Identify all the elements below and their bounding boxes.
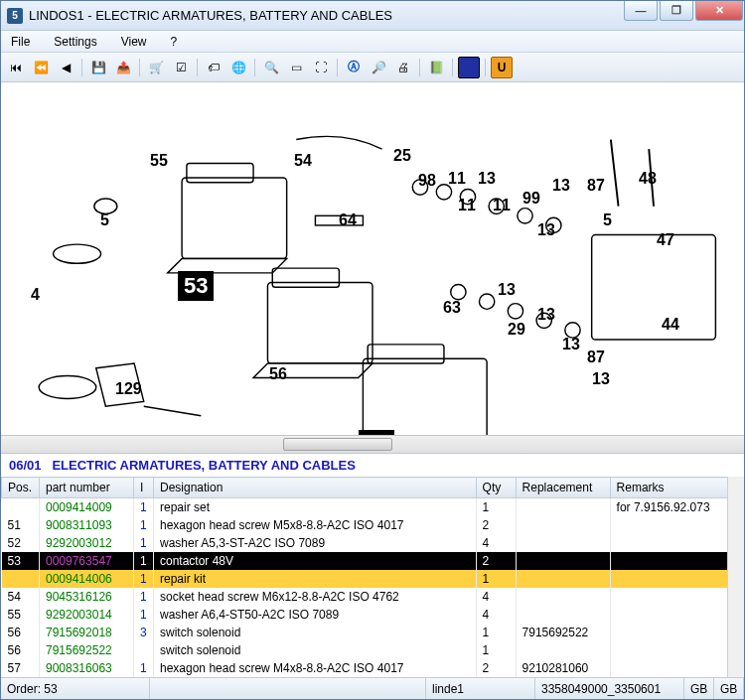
save-icon[interactable]: 💾 [87,57,109,78]
check-icon[interactable]: ☑ [170,57,192,78]
scroll-thumb[interactable] [283,438,392,451]
app-icon: 5 [7,8,23,24]
menu-view[interactable]: View [115,33,153,51]
titlebar: 5 LINDOS1 - ELECTRIC ARMATURES, BATTERY … [1,1,744,31]
toolbar: ⏮ ⏪ ◀ 💾 📤 🛒 ☑ 🏷 🌐 🔍 ▭ ⛶ Ⓐ 🔎 🖨 📗 U [1,53,744,82]
zoom-in-icon[interactable]: 🔍 [260,57,282,78]
header-designation[interactable]: Designation [154,478,477,498]
table-row[interactable]: 5592920030141washer A6,4-ST50-A2C ISO 70… [2,606,744,624]
parts-diagram [1,82,744,435]
a-icon[interactable]: Ⓐ [343,57,365,78]
svg-point-17 [479,294,494,309]
u-icon[interactable]: U [491,57,513,78]
table-row[interactable]: 5292920030121washer A5,3-ST-A2C ISO 7089… [2,534,744,552]
status-order: Order: 53 [1,678,150,699]
status-code: 3358049000_3350601 [535,678,684,699]
grid-vertical-scrollbar[interactable] [727,477,744,677]
rewind-icon[interactable]: ⏪ [30,57,52,78]
svg-rect-3 [272,268,339,287]
print-icon[interactable]: 🖨 [392,57,414,78]
table-row[interactable]: 5190083110931hexagon head screw M5x8-8.8… [2,516,744,534]
statusbar: Order: 53 linde1 3358049000_3350601 GB G… [1,677,744,699]
minimize-button[interactable]: — [624,1,658,21]
header-i[interactable]: I [134,478,154,498]
svg-point-14 [518,209,532,223]
fit-icon[interactable]: ⛶ [310,57,332,78]
svg-rect-2 [267,282,372,363]
header-partnumber[interactable]: part number [40,478,134,498]
diagram-viewport[interactable]: 53 53 55 5 4 54 64 25 98 11 13 11 11 99 … [1,82,744,436]
svg-rect-0 [182,178,287,259]
svg-rect-1 [187,164,253,183]
table-row[interactable]: 00094140091repair set1for 7.9156.92.073 [2,498,744,517]
table-header-row: Pos. part number I Designation Qty Repla… [2,478,744,498]
prev-icon[interactable]: ◀ [55,57,76,78]
globe-icon[interactable]: 🌐 [227,57,249,78]
header-remarks[interactable]: Remarks [610,478,743,498]
table-row[interactable]: 5300097635471contactor 48V2 [2,552,744,570]
section-header: 06/01 ELECTRIC ARMATURES, BATTERY AND CA… [1,454,744,477]
menu-help[interactable]: ? [165,33,184,51]
status-spacer [150,678,426,699]
horizontal-scrollbar[interactable] [1,436,744,454]
first-icon[interactable]: ⏮ [5,57,27,78]
cart-icon[interactable]: 🛒 [145,57,167,78]
callout-selected-53a: 53 [178,271,214,301]
find-icon[interactable]: 🔎 [368,57,389,78]
tag-icon[interactable]: 🏷 [203,57,224,78]
svg-rect-4 [363,358,487,435]
status-lang1: GB [684,678,714,699]
maximize-button[interactable]: ❐ [660,1,693,21]
svg-point-16 [451,284,466,299]
table-row[interactable]: 5490453161261socket head screw M6x12-8.8… [2,588,744,606]
table-row[interactable]: 5679156920183switch solenoid17915692522 [2,624,744,641]
window-title: LINDOS1 - ELECTRIC ARMATURES, BATTERY AN… [29,8,623,23]
book-icon[interactable]: 📗 [425,57,447,78]
status-user: linde1 [426,678,535,699]
header-replacement[interactable]: Replacement [516,478,610,498]
svg-rect-5 [368,345,444,363]
export-icon[interactable]: 📤 [112,57,134,78]
svg-point-7 [39,376,96,399]
menu-settings[interactable]: Settings [48,33,102,51]
svg-point-6 [54,244,101,263]
page-icon[interactable]: ▭ [285,57,307,78]
header-qty[interactable]: Qty [476,478,516,498]
table-row[interactable]: 5790083160631hexagon head screw M4x8-8.8… [2,659,744,677]
blue-square-icon[interactable] [458,57,480,78]
menubar: File Settings View ? [1,31,744,53]
svg-rect-9 [592,235,716,341]
svg-point-18 [508,304,522,319]
menu-file[interactable]: File [5,33,36,51]
table-row[interactable]: 567915692522switch solenoid1 [2,641,744,659]
status-lang2: GB [714,678,744,699]
header-pos[interactable]: Pos. [2,478,40,498]
parts-grid: Pos. part number I Designation Qty Repla… [1,477,744,677]
close-button[interactable]: ✕ [695,1,743,21]
table-row[interactable]: 00094140061repair kit1 [2,570,744,588]
